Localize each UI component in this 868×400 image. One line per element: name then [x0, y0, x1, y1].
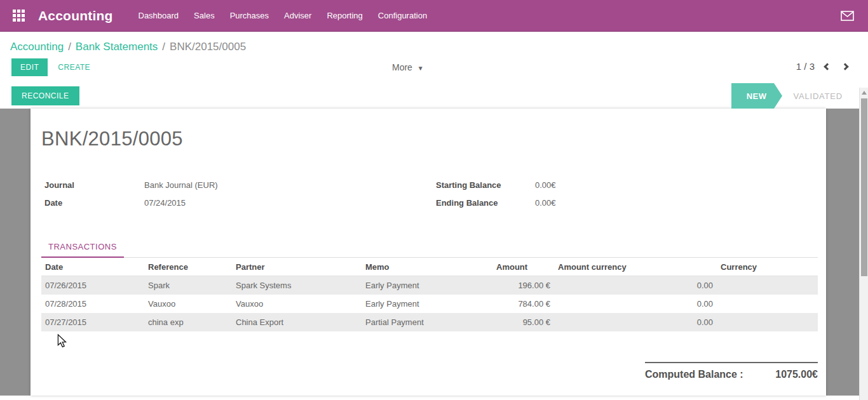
cell-currency[interactable]: [717, 295, 818, 313]
scrollbar-up-arrow-icon[interactable]: [862, 91, 867, 95]
breadcrumb: Accounting/Bank Statements/BNK/2015/0005: [10, 41, 246, 53]
messages-envelope-icon[interactable]: [841, 11, 854, 21]
table-row[interactable]: 07/27/2015 china exp China Export Partia…: [41, 313, 818, 331]
cell-date[interactable]: 07/27/2015: [41, 313, 144, 331]
more-dropdown[interactable]: More ▼: [392, 62, 424, 72]
control-panel: EDIT CREATE More ▼ 1 / 3: [0, 57, 868, 83]
table-row[interactable]: 07/28/2015 Vauxoo Vauxoo Early Payment 7…: [41, 295, 818, 313]
field-groups: Journal Bank Journal (EUR) Date 07/24/20…: [41, 176, 818, 211]
cell-partner[interactable]: Vauxoo: [232, 295, 362, 313]
cell-memo[interactable]: Partial Payment: [362, 313, 492, 331]
cell-reference[interactable]: china exp: [144, 313, 232, 331]
breadcrumb-separator: /: [162, 41, 165, 53]
date-value: 07/24/2015: [144, 198, 186, 208]
top-navbar: Accounting Dashboard Sales Purchases Adv…: [0, 0, 868, 32]
breadcrumb-separator: /: [68, 41, 71, 53]
col-header-amount-currency[interactable]: Amount currency: [554, 258, 717, 276]
cell-reference[interactable]: Spark: [144, 276, 232, 295]
col-header-memo[interactable]: Memo: [362, 258, 492, 276]
cell-currency[interactable]: [717, 276, 818, 295]
pager-next-icon[interactable]: [841, 63, 848, 70]
apps-grid-icon[interactable]: [13, 10, 27, 22]
cell-amount[interactable]: 784.00 €: [492, 295, 554, 313]
computed-balance-label: Computed Balance :: [645, 369, 743, 380]
transactions-table: Date Reference Partner Memo Amount Amoun…: [41, 258, 818, 331]
top-menu: Dashboard Sales Purchases Adviser Report…: [131, 0, 435, 31]
col-header-date[interactable]: Date: [41, 258, 144, 276]
cell-memo[interactable]: Early Payment: [362, 295, 492, 313]
app-title: Accounting: [38, 8, 113, 23]
starting-balance-value: 0.00€: [535, 180, 556, 190]
breadcrumb-accounting[interactable]: Accounting: [10, 41, 64, 53]
ending-balance-value: 0.00€: [535, 198, 556, 208]
table-row[interactable]: 07/26/2015 Spark Spark Systems Early Pay…: [41, 276, 818, 295]
cell-amount-currency[interactable]: 0.00: [554, 313, 717, 331]
edit-button[interactable]: EDIT: [11, 58, 48, 76]
menu-dashboard[interactable]: Dashboard: [131, 0, 187, 31]
statusbar: RECONCILE NEW VALIDATED: [0, 83, 868, 109]
cell-date[interactable]: 07/26/2015: [41, 276, 144, 295]
computed-balance-value: 1075.00€: [775, 369, 818, 380]
status-step-validated[interactable]: VALIDATED: [784, 83, 851, 109]
cell-memo[interactable]: Early Payment: [362, 276, 492, 295]
menu-sales[interactable]: Sales: [186, 0, 222, 31]
tab-strip: TRANSACTIONS: [41, 241, 818, 258]
col-header-reference[interactable]: Reference: [144, 258, 232, 276]
create-button[interactable]: CREATE: [49, 58, 99, 76]
scrollbar-thumb[interactable]: [861, 98, 867, 276]
menu-configuration[interactable]: Configuration: [370, 0, 435, 31]
vertical-scrollbar[interactable]: [859, 88, 868, 400]
chevron-down-icon: ▼: [417, 65, 424, 72]
status-steps: NEW VALIDATED: [731, 83, 851, 109]
col-header-partner[interactable]: Partner: [232, 258, 362, 276]
form-sheet: BNK/2015/0005 Journal Bank Journal (EUR)…: [31, 109, 826, 396]
status-step-new[interactable]: NEW: [731, 83, 775, 109]
menu-adviser[interactable]: Adviser: [276, 0, 319, 31]
notebook: TRANSACTIONS Date Reference Partner Memo…: [41, 241, 818, 331]
cell-amount[interactable]: 196.00 €: [492, 276, 554, 295]
col-header-amount[interactable]: Amount: [492, 258, 554, 276]
starting-balance-label: Starting Balance: [430, 180, 535, 190]
cell-reference[interactable]: Vauxoo: [144, 295, 232, 313]
cell-amount[interactable]: 95.00 €: [492, 313, 554, 331]
reconcile-button[interactable]: RECONCILE: [11, 86, 79, 105]
col-header-currency[interactable]: Currency: [717, 258, 818, 276]
ending-balance-label: Ending Balance: [430, 198, 535, 208]
pager-count: 1 / 3: [796, 61, 815, 72]
cell-partner[interactable]: China Export: [232, 313, 362, 331]
breadcrumb-row: Accounting/Bank Statements/BNK/2015/0005: [0, 32, 868, 57]
content-area: BNK/2015/0005 Journal Bank Journal (EUR)…: [0, 109, 868, 396]
computed-balance-block: Computed Balance : 1075.00€: [645, 362, 818, 380]
breadcrumb-bank-statements[interactable]: Bank Statements: [76, 41, 158, 53]
cell-amount-currency[interactable]: 0.00: [554, 295, 717, 313]
cell-currency[interactable]: [717, 313, 818, 331]
journal-label: Journal: [41, 180, 144, 190]
breadcrumb-current: BNK/2015/0005: [170, 41, 246, 53]
record-title: BNK/2015/0005: [41, 125, 818, 153]
menu-purchases[interactable]: Purchases: [222, 0, 276, 31]
cell-partner[interactable]: Spark Systems: [232, 276, 362, 295]
menu-reporting[interactable]: Reporting: [319, 0, 370, 31]
cell-amount-currency[interactable]: 0.00: [554, 276, 717, 295]
pager-previous-icon[interactable]: [824, 63, 831, 70]
tab-transactions[interactable]: TRANSACTIONS: [41, 242, 124, 258]
journal-value: Bank Journal (EUR): [144, 180, 218, 190]
record-pager: 1 / 3: [796, 61, 848, 72]
more-label: More: [392, 62, 412, 72]
table-header-row: Date Reference Partner Memo Amount Amoun…: [41, 258, 818, 276]
date-label: Date: [41, 198, 144, 208]
cell-date[interactable]: 07/28/2015: [41, 295, 144, 313]
